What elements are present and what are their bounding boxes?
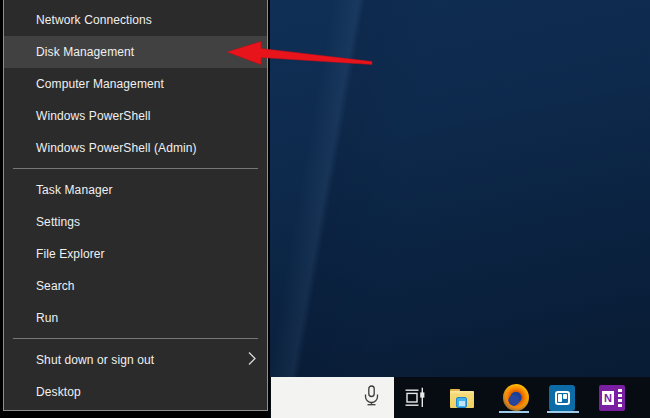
menu-item-label: Task Manager <box>36 183 113 197</box>
menu-item-network-connections[interactable]: Network Connections <box>4 4 267 36</box>
menu-item-windows-powershell-admin[interactable]: Windows PowerShell (Admin) <box>4 132 267 164</box>
firefox-button[interactable] <box>503 384 529 410</box>
file-explorer-button[interactable] <box>449 384 475 410</box>
menu-item-label: Windows PowerShell (Admin) <box>36 141 197 155</box>
menu-item-label: Shut down or sign out <box>36 353 154 367</box>
menu-item-label: Computer Management <box>36 77 164 91</box>
trello-button[interactable] <box>549 385 575 411</box>
winx-menu-container: Network Connections Disk Management Comp… <box>0 0 270 418</box>
search-box[interactable] <box>271 377 394 418</box>
menu-item-task-manager[interactable]: Task Manager <box>4 174 267 206</box>
file-explorer-icon <box>450 389 474 409</box>
onenote-icon: N <box>599 385 625 411</box>
winx-menu: Network Connections Disk Management Comp… <box>3 0 268 411</box>
onenote-button[interactable]: N <box>599 385 625 411</box>
menu-item-label: Desktop <box>36 385 81 399</box>
menu-divider <box>13 168 258 169</box>
menu-item-search[interactable]: Search <box>4 270 267 302</box>
menu-item-disk-management[interactable]: Disk Management <box>4 36 267 68</box>
running-indicator-trello <box>547 411 579 413</box>
menu-item-settings[interactable]: Settings <box>4 206 267 238</box>
menu-item-windows-powershell[interactable]: Windows PowerShell <box>4 100 267 132</box>
menu-item-shut-down-or-sign-out[interactable]: Shut down or sign out <box>4 344 267 376</box>
menu-item-desktop[interactable]: Desktop <box>4 376 267 408</box>
menu-item-run[interactable]: Run <box>4 302 267 334</box>
chevron-right-icon <box>248 352 256 369</box>
menu-item-label: Windows PowerShell <box>36 109 151 123</box>
menu-item-label: Network Connections <box>36 13 152 27</box>
menu-item-computer-management[interactable]: Computer Management <box>4 68 267 100</box>
running-indicator-firefox <box>499 411 529 413</box>
menu-item-label: Disk Management <box>36 45 134 59</box>
firefox-icon <box>503 384 529 411</box>
menu-item-file-explorer[interactable]: File Explorer <box>4 238 267 270</box>
menu-item-label: Settings <box>36 215 80 229</box>
menu-item-label: Run <box>36 311 58 325</box>
task-view-button[interactable] <box>403 384 429 410</box>
microphone-icon[interactable] <box>362 385 381 410</box>
screenshot-root: N Network Connections Disk Management Co… <box>0 0 650 418</box>
menu-item-label: Search <box>36 279 75 293</box>
menu-item-label: File Explorer <box>36 247 105 261</box>
trello-icon <box>549 385 575 411</box>
menu-divider <box>13 338 258 339</box>
task-view-icon <box>405 386 427 408</box>
